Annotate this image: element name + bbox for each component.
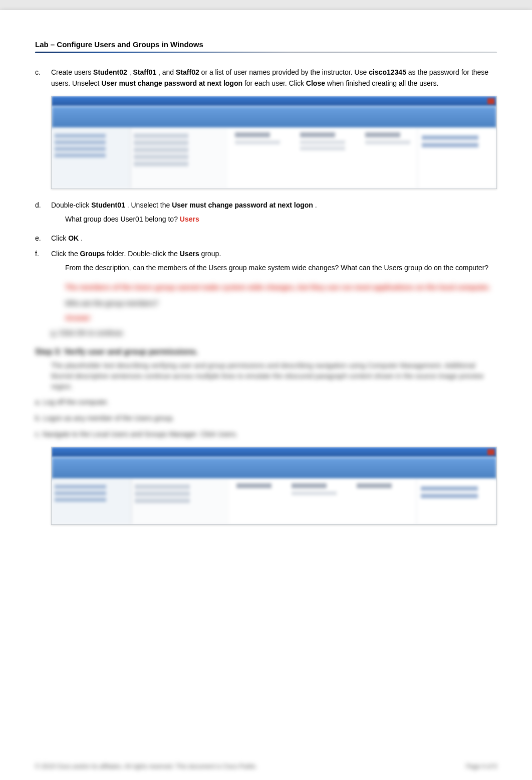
page-footer: © 2019 Cisco and/or its affiliates. All … <box>35 763 497 770</box>
footer-left: © 2019 Cisco and/or its affiliates. All … <box>35 763 257 770</box>
obscured-step-heading: Step 3: Verify user and group permission… <box>35 347 497 356</box>
list-item: b. Logon as any member of the Users grou… <box>35 413 497 424</box>
page-title: Lab – Configure Users and Groups in Wind… <box>35 40 497 49</box>
step-body: Create users Student02 , Staff01 , and S… <box>51 67 497 89</box>
obscured-substeps: a. Log off the computer. b. Logon as any… <box>35 397 497 440</box>
step-body: Click OK . <box>51 233 497 244</box>
screenshot-computer-management-1 <box>51 96 497 189</box>
step-body: Double-click Student01 . Unselect the Us… <box>51 200 497 228</box>
screenshot-computer-management-2 <box>51 447 497 525</box>
step-e: e. Click OK . <box>35 233 497 244</box>
step-marker: d. <box>35 200 51 228</box>
step-marker: f. <box>35 249 51 276</box>
answer-users: Users <box>180 215 199 223</box>
list-item: c. Navigate to the Local Users and Group… <box>35 429 497 440</box>
footer-right: Page 4 of 9 <box>466 763 497 770</box>
step-body: Click the Groups folder. Double-click th… <box>51 249 497 276</box>
step-d: d. Double-click Student01 . Unselect the… <box>35 200 497 228</box>
obscured-step-g: g. Click OK to continue. <box>51 327 497 338</box>
step-marker: c. <box>35 67 51 89</box>
step-d-question: What group does User01 belong to? Users <box>65 214 497 225</box>
step-marker: e. <box>35 233 51 244</box>
obscured-answer-block: The members of the Users group cannot ma… <box>65 282 497 323</box>
step-f: f. Click the Groups folder. Double-click… <box>35 249 497 276</box>
header-rule <box>35 52 497 53</box>
obscured-paragraph: The placeholder text describing verifyin… <box>51 360 497 392</box>
document-page: Lab – Configure Users and Groups in Wind… <box>0 10 532 780</box>
step-c: c. Create users Student02 , Staff01 , an… <box>35 67 497 89</box>
step-f-question: From the description, can the members of… <box>65 263 497 274</box>
list-item: a. Log off the computer. <box>35 397 497 408</box>
